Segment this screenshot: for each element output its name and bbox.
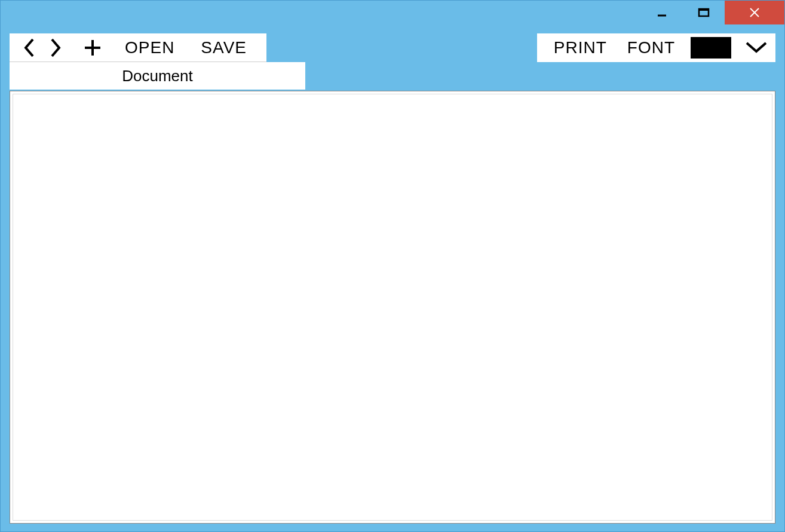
back-button[interactable] [19, 37, 40, 59]
minimize-button[interactable] [641, 1, 683, 24]
forward-button[interactable] [45, 37, 66, 59]
save-button[interactable]: SAVE [190, 38, 257, 57]
maximize-icon [698, 7, 710, 19]
open-button[interactable]: OPEN [114, 38, 185, 57]
toolbar-right: PRINT FONT [537, 33, 775, 62]
close-button[interactable] [725, 1, 784, 24]
minimize-icon [657, 7, 667, 18]
tab-document[interactable]: Document [10, 62, 305, 90]
close-icon [749, 7, 761, 19]
toolbar: OPEN SAVE PRINT FONT [1, 33, 784, 62]
tab-row: Document [1, 62, 784, 90]
document-area[interactable] [10, 91, 775, 524]
toolbar-left: OPEN SAVE [10, 33, 266, 62]
print-button[interactable]: PRINT [549, 38, 612, 57]
tab-label: Document [122, 67, 193, 85]
font-button[interactable]: FONT [623, 38, 680, 57]
plus-icon [82, 37, 103, 59]
chevron-left-icon [21, 37, 38, 59]
chevron-down-icon [744, 39, 768, 56]
document-content[interactable] [13, 94, 772, 521]
maximize-button[interactable] [683, 1, 725, 24]
color-swatch[interactable] [691, 37, 731, 59]
chevron-right-icon [47, 37, 64, 59]
titlebar [1, 1, 784, 24]
color-dropdown-button[interactable] [742, 37, 771, 59]
add-button[interactable] [82, 37, 103, 59]
